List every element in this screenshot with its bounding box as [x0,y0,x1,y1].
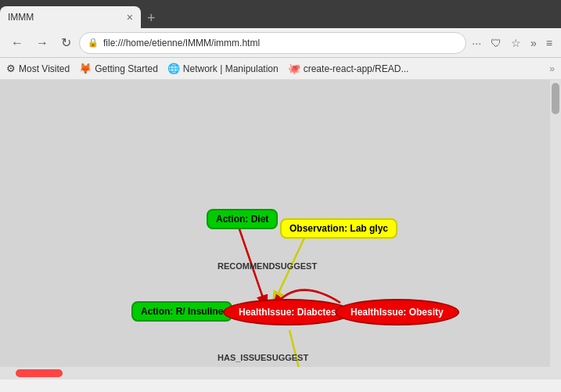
bookmark-getting-started[interactable]: 🦊 Getting Started [79,63,158,74]
tab-bar: IMMM × + [0,0,561,28]
bookmark-network-label: Network | Manipulation [183,63,279,74]
shield-button[interactable]: 🛡 [488,34,504,52]
scrollbar-thumb-horizontal[interactable] [16,369,63,377]
forward-button[interactable]: → [31,33,53,53]
more-button[interactable]: ··· [469,34,484,52]
scrollbar-thumb-vertical[interactable] [552,83,559,114]
graph-canvas: RECOMMENDSUGGEST HAS_ISSUESUGGEST Action… [0,80,561,379]
extend-button[interactable]: » [528,34,539,52]
node-health-obesity[interactable]: HealthIssue: Obesity [335,299,459,325]
bookmark-getting-started-label: Getting Started [95,63,158,74]
address-text: file:///home/etienne/IMMM/immm.html [103,38,458,49]
bookmark-create-react[interactable]: 🐙 create-react-app/READ... [288,63,409,74]
lock-icon: 🔒 [88,38,99,48]
nav-bar: ← → ↻ 🔒 file:///home/etienne/IMMM/immm.h… [0,28,561,58]
node-action-insuline[interactable]: Action: R/ Insuline [131,301,232,322]
address-bar[interactable]: 🔒 file:///home/etienne/IMMM/immm.html [79,32,466,54]
back-button[interactable]: ← [6,33,28,53]
bookmark-most-visited[interactable]: ⚙ Most Visited [6,63,70,74]
bookmarks-bar: ⚙ Most Visited 🦊 Getting Started 🌐 Netwo… [0,58,561,80]
reload-button[interactable]: ↻ [56,32,76,53]
node-health-diabetes[interactable]: HealthIssue: Diabctes [223,299,352,325]
tab-close-button[interactable]: × [127,11,133,23]
node-observation-lab[interactable]: Observation: Lab glyc [280,218,397,239]
firefox-icon: 🦊 [79,63,92,74]
nav-actions: ··· 🛡 ☆ » ≡ [469,34,555,52]
menu-button[interactable]: ≡ [544,34,555,52]
bookmarks-more-button[interactable]: » [549,63,555,74]
vertical-scrollbar[interactable] [550,80,561,379]
node-action-diet[interactable]: Action: Diet [207,209,278,229]
horizontal-scrollbar[interactable] [0,367,550,379]
has-issue-suggest-label: HAS_ISSUESUGGEST [218,353,308,362]
active-tab[interactable]: IMMM × [0,6,141,28]
bookmark-network[interactable]: 🌐 Network | Manipulation [167,63,279,74]
bookmark-create-react-label: create-react-app/READ... [304,63,409,74]
github-icon: 🐙 [288,63,300,74]
new-tab-button[interactable]: + [141,10,162,27]
globe-icon: 🌐 [167,63,180,74]
recommend-suggest-label: RECOMMENDSUGGEST [218,261,317,271]
tab-title: IMMM [8,12,120,23]
star-button[interactable]: ☆ [509,34,523,52]
gear-icon: ⚙ [6,63,16,74]
bookmark-most-visited-label: Most Visited [19,63,70,74]
